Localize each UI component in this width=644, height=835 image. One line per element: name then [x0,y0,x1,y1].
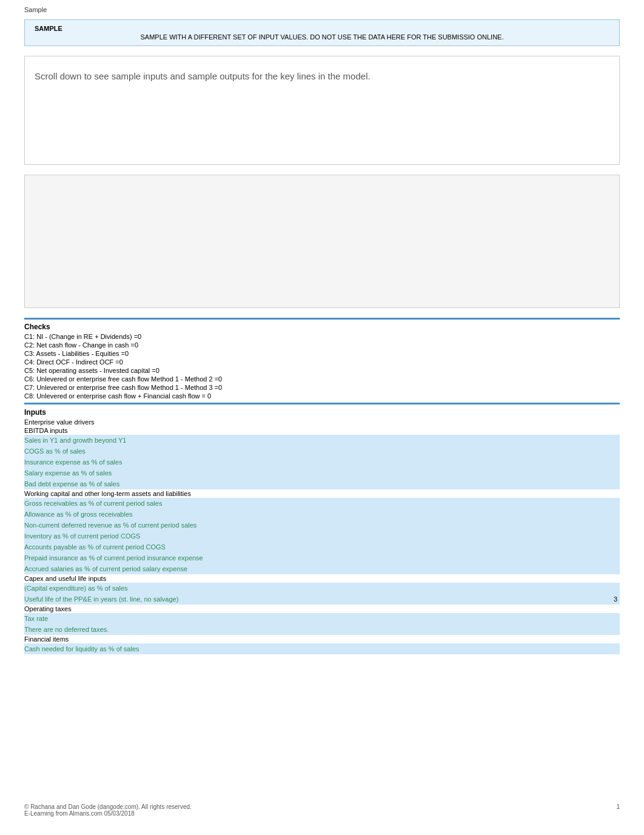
input-bad-debt-pct-sales: Bad debt expense as % of sales [24,480,620,488]
allowance-section: Allowance as % of gross receivables [24,509,620,520]
check-item-c3: C3: Assets - Liabilities - Equities =0 [24,349,620,358]
input-financial-items-label: Financial items [24,635,620,643]
input-accounts-payable-pct-cogs: Accounts payable as % of current period … [24,543,620,551]
input-sales-y1-growth: Sales in Y1 and growth beyond Y1 [24,436,620,444]
gross-receivables-section: Gross receivables as % of current period… [24,498,620,509]
inputs-section: Inputs Enterprise value drivers EBITDA i… [24,407,620,654]
useful-life-section: Useful life of the PP&E in years (st. li… [24,594,620,605]
input-cash-liquidity-pct-sales: Cash needed for liquidity as % of sales [24,645,620,653]
input-tax-rate: Tax rate [24,614,620,623]
cash-liquidity-section: Cash needed for liquidity as % of sales [24,643,620,654]
input-insurance-pct-sales: Insurance expense as % of sales [24,458,620,466]
check-item-c5: C5: Net operating assets - Invested capi… [24,366,620,375]
input-salary-pct-sales: Salary expense as % of sales [24,469,620,477]
footer-page-number: 1 [616,803,620,817]
sample-box-subtitle: SAMPLE WITH A DIFFERENT SET OF INPUT VAL… [35,33,609,41]
capex-section: (Capital expenditure) as % of sales [24,583,620,594]
page-header-title: Sample [24,6,47,13]
input-allowance-pct-gross-receivables: Allowance as % of gross receivables [24,510,620,518]
check-item-c2: C2: Net cash flow - Change in cash =0 [24,341,620,349]
footer: © Rachana and Dan Gode (dangode.com). Al… [24,803,620,817]
sample-box: SAMPLE SAMPLE WITH A DIFFERENT SET OF IN… [24,19,620,46]
gray-box-placeholder [24,175,620,308]
input-gross-receivables-pct-sales: Gross receivables as % of current period… [24,499,620,508]
white-box: Scroll down to see sample inputs and sam… [24,56,620,165]
inventory-section: Inventory as % of current period COGS [24,531,620,542]
input-capex-pct-sales: (Capital expenditure) as % of sales [24,584,620,592]
section-divider-top [24,318,620,320]
input-enterprise-value-drivers: Enterprise value drivers [24,418,620,426]
insurance-section: Insurance expense as % of sales [24,457,620,468]
footer-elearning: E-Learning from Almaris.com 05/03/2018 [24,810,192,817]
salary-section: Salary expense as % of sales [24,468,620,478]
footer-left: © Rachana and Dan Gode (dangode.com). Al… [24,803,192,817]
input-no-deferred-taxes: There are no deferred taxes. [24,625,620,634]
check-item-c1: C1: NI - (Change in RE + Dividends) =0 [24,332,620,341]
input-accrued-salaries-pct-salary: Accrued salaries as % of current period … [24,565,620,573]
checks-label: Checks [24,321,620,332]
scroll-text: Scroll down to see sample inputs and sam… [35,66,609,86]
input-prepaid-insurance-pct-insurance: Prepaid insurance as % of current period… [24,554,620,562]
check-item-c6: C6: Unlevered or enterprise free cash fl… [24,375,620,383]
sales-growth-section: Sales in Y1 and growth beyond Y1 [24,435,620,446]
check-item-c7: C7: Unlevered or enterprise free cash fl… [24,383,620,392]
accounts-payable-section: Accounts payable as % of current period … [24,542,620,552]
input-capex-label: Capex and useful life inputs [24,574,620,583]
input-useful-life: Useful life of the PP&E in years (st. li… [24,595,178,603]
no-deferred-taxes-section: There are no deferred taxes. [24,624,620,635]
tax-rate-section: Tax rate [24,613,620,624]
section-divider-inputs [24,403,620,404]
check-item-c4: C4: Direct OCF - Indirect OCF =0 [24,358,620,366]
prepaid-insurance-section: Prepaid insurance as % of current period… [24,552,620,563]
check-item-c8: C8: Unlevered or enterprise cash flow + … [24,392,620,400]
input-working-capital-label: Working capital and other long-term asse… [24,489,620,498]
checks-section: Checks C1: NI - (Change in RE + Dividend… [24,321,620,400]
input-ebitda-inputs: EBITDA inputs [24,426,620,435]
deferred-revenue-section: Non-current deferred revenue as % of cur… [24,520,620,531]
bad-debt-section: Bad debt expense as % of sales [24,478,620,489]
inputs-label: Inputs [24,407,620,418]
footer-copyright: © Rachana and Dan Gode (dangode.com). Al… [24,803,192,810]
accrued-salaries-section: Accrued salaries as % of current period … [24,563,620,574]
sample-box-title: SAMPLE [35,25,609,32]
cogs-section: COGS as % of sales [24,446,620,457]
input-inventory-pct-cogs: Inventory as % of current period COGS [24,532,620,540]
input-cogs-pct-sales: COGS as % of sales [24,447,620,455]
useful-life-row-number: 3 [614,595,620,603]
input-deferred-revenue-pct-sales: Non-current deferred revenue as % of cur… [24,521,620,529]
input-operating-taxes-label: Operating taxes [24,605,620,613]
